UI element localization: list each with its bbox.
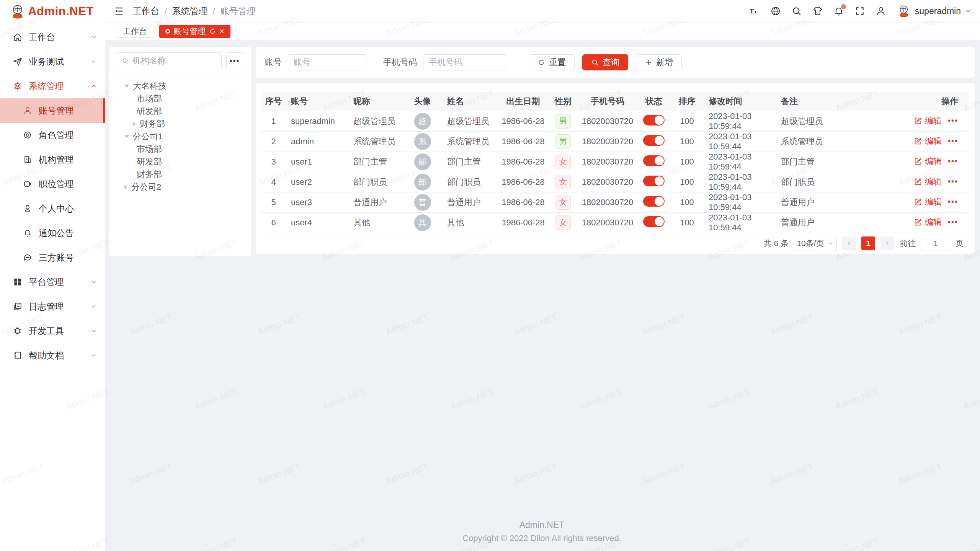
more-actions-button[interactable]: ••• — [948, 218, 958, 227]
tree-more-button[interactable]: ••• — [226, 52, 243, 69]
sidebar-item-dev-tools[interactable]: 开发工具 — [0, 319, 105, 343]
add-button[interactable]: 新增 — [636, 54, 682, 70]
breadcrumb-item-workbench[interactable]: 工作台 — [133, 5, 159, 17]
table-row[interactable]: 3 user1 部门主管 部 部门主管 1986-06-28 女 1802003… — [261, 152, 969, 172]
status-toggle[interactable] — [643, 176, 665, 186]
status-toggle[interactable] — [643, 216, 665, 227]
table-row[interactable]: 4 user2 部门职员 部 部门职员 1986-06-28 女 1802003… — [261, 172, 969, 192]
table-row[interactable]: 1 superadmin 超级管理员 超 超级管理员 1986-06-28 男 … — [261, 111, 969, 131]
sidebar-item-personal-center[interactable]: 个人中心 — [0, 196, 105, 221]
caret-right-icon[interactable] — [133, 122, 136, 126]
org-search-field[interactable] — [117, 52, 222, 69]
page-footer: Admin.NET Copyright © 2022 Dilon All rig… — [109, 520, 975, 551]
user-menu[interactable]: superadmin — [897, 4, 972, 18]
breadcrumb-item-system[interactable]: 系统管理 — [172, 5, 207, 17]
tree-node-shichangbu[interactable]: 市场部 — [117, 92, 243, 105]
user-avatar — [897, 4, 911, 18]
org-icon — [23, 155, 33, 165]
goto-label: 前往 — [900, 238, 916, 249]
table-row[interactable]: 6 user4 其他 其 其他 1986-06-28 女 18020030720… — [261, 212, 969, 233]
chat-icon — [23, 253, 33, 262]
reset-button[interactable]: 重置 — [529, 54, 575, 70]
tree-node-yanfabu2[interactable]: 研发部 — [117, 155, 243, 168]
svg-text:T: T — [754, 10, 757, 14]
caret-down-icon[interactable] — [124, 135, 129, 138]
sidebar-item-business-test[interactable]: 业务测试 — [0, 49, 105, 74]
phone-input[interactable] — [423, 54, 507, 70]
tab-workbench[interactable]: 工作台 — [115, 25, 155, 38]
more-actions-button[interactable]: ••• — [948, 197, 958, 206]
next-page-button[interactable] — [880, 236, 894, 250]
sidebar-item-position-management[interactable]: 职位管理 — [0, 172, 105, 196]
notification-icon[interactable] — [833, 6, 844, 16]
user-outline-icon[interactable] — [875, 6, 886, 16]
sidebar-item-org-management[interactable]: 机构管理 — [0, 147, 105, 172]
sidebar-item-third-party-account[interactable]: 三方账号 — [0, 245, 105, 270]
caret-right-icon[interactable] — [124, 185, 127, 189]
edit-button[interactable]: 编辑 — [914, 176, 942, 187]
edit-button[interactable]: 编辑 — [914, 217, 942, 228]
col-modified: 修改时间 — [703, 92, 776, 111]
caret-down-icon[interactable] — [124, 85, 129, 88]
sidebar-item-help-docs[interactable]: 帮助文档 — [0, 343, 105, 368]
account-input[interactable] — [288, 54, 366, 70]
theme-icon[interactable] — [812, 6, 823, 16]
tree-node-shichangbu2[interactable]: 市场部 — [117, 143, 243, 155]
breadcrumb-separator: / — [165, 7, 167, 16]
table-row[interactable]: 2 admin 系统管理员 系 系统管理员 1986-06-28 男 18020… — [261, 131, 969, 152]
more-actions-button[interactable]: ••• — [948, 116, 958, 125]
sidebar-item-log-management[interactable]: 日志管理 — [0, 294, 105, 319]
gender-badge: 男 — [555, 134, 571, 149]
pagination: 共 6 条 10条/页 1 前 — [261, 233, 969, 254]
edit-button[interactable]: 编辑 — [914, 156, 942, 167]
more-actions-button[interactable]: ••• — [948, 177, 958, 186]
font-size-icon[interactable]: TT — [749, 6, 760, 16]
sidebar-item-account-management[interactable]: 账号管理 — [0, 98, 105, 123]
page-size-select[interactable]: 10条/页 — [794, 236, 837, 251]
tree-node-caiwubu[interactable]: 财务部 — [117, 117, 243, 130]
sidebar-item-notice[interactable]: 通知公告 — [0, 221, 105, 245]
prev-page-button[interactable] — [842, 236, 856, 250]
sidebar-item-system-management[interactable]: 系统管理 — [0, 74, 105, 98]
query-button[interactable]: 查询 — [582, 54, 628, 70]
tree-node-damingkeji[interactable]: 大名科技 — [117, 80, 243, 92]
notification-badge — [841, 4, 846, 9]
status-toggle[interactable] — [643, 115, 665, 126]
menu-fold-icon[interactable] — [114, 6, 124, 16]
search-icon[interactable] — [791, 6, 802, 16]
user-icon — [23, 106, 33, 116]
more-actions-button[interactable]: ••• — [948, 137, 958, 145]
account-label: 账号 — [265, 57, 282, 68]
tab-account-management[interactable]: 账号管理 × — [159, 25, 230, 38]
page-number-current[interactable]: 1 — [861, 236, 875, 250]
divider — [109, 75, 251, 75]
close-icon[interactable]: × — [219, 27, 224, 36]
refresh-icon[interactable] — [209, 28, 216, 35]
language-icon[interactable] — [770, 6, 781, 16]
sidebar-item-role-management[interactable]: 角色管理 — [0, 123, 105, 147]
sidebar-item-platform-management[interactable]: 平台管理 — [0, 270, 105, 294]
chevron-right-icon — [884, 240, 890, 246]
sidebar-item-workbench[interactable]: 工作台 — [0, 25, 105, 49]
status-toggle[interactable] — [643, 196, 665, 207]
table-row[interactable]: 5 user3 普通用户 普 普通用户 1986-06-28 女 1802003… — [261, 192, 969, 212]
fullscreen-icon[interactable] — [854, 6, 865, 16]
goto-page-input[interactable] — [921, 236, 950, 251]
tree-node-fengongsi1[interactable]: 分公司1 — [117, 130, 243, 143]
status-toggle[interactable] — [643, 135, 665, 146]
org-search-input[interactable] — [132, 56, 217, 66]
status-toggle[interactable] — [643, 155, 665, 166]
breadcrumb-separator: / — [213, 7, 215, 16]
tree-node-fengongsi2[interactable]: 分公司2 — [117, 181, 243, 193]
app-logo[interactable]: Admin.NET — [0, 0, 105, 23]
more-actions-button[interactable]: ••• — [948, 157, 958, 166]
edit-button[interactable]: 编辑 — [914, 135, 942, 147]
top-header: 工作台 / 系统管理 / 账号管理 TT — [105, 0, 980, 23]
tree-node-yanfabu[interactable]: 研发部 — [117, 105, 243, 117]
edit-button[interactable]: 编辑 — [914, 196, 942, 208]
tree-node-caiwubu2[interactable]: 财务部 — [117, 168, 243, 181]
username: superadmin — [915, 6, 961, 16]
edit-button[interactable]: 编辑 — [914, 115, 942, 127]
grid-icon — [13, 277, 23, 287]
gender-badge: 女 — [555, 155, 571, 169]
